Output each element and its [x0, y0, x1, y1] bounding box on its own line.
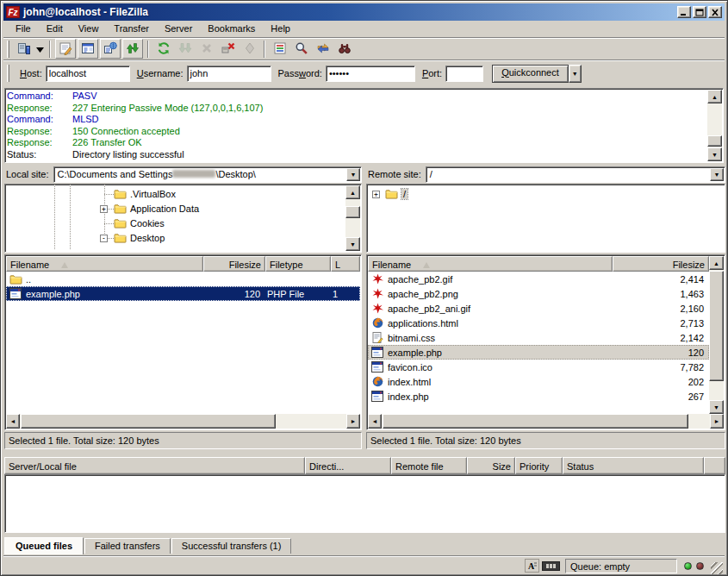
- queue-column-priority[interactable]: Priority: [515, 457, 563, 474]
- expand-icon[interactable]: +: [100, 205, 108, 213]
- column-header-filename[interactable]: Filename: [6, 256, 203, 272]
- column-header-l[interactable]: L: [331, 256, 360, 272]
- maximize-button[interactable]: [693, 6, 706, 18]
- list-vertical-scrollbar[interactable]: ▲▼: [709, 256, 724, 414]
- queue-column-server-local-file[interactable]: Server/Local file: [4, 457, 305, 474]
- menu-transfer[interactable]: Transfer: [106, 22, 157, 36]
- tree-item[interactable]: .VirtualBox: [5, 187, 345, 202]
- scroll-up-icon[interactable]: ▲: [345, 185, 360, 199]
- menu-edit[interactable]: Edit: [39, 22, 71, 36]
- scroll-left-icon[interactable]: ◄: [6, 414, 20, 429]
- file-row[interactable]: applications.html2,713: [368, 316, 709, 330]
- column-header-filetype[interactable]: Filetype: [265, 256, 331, 272]
- local-site-combo[interactable]: C:\Documents and Settings\Desktop\ ▼: [53, 166, 362, 183]
- file-row[interactable]: ..: [6, 272, 360, 286]
- local-directory-tree[interactable]: .VirtualBox+Application DataCookies-Desk…: [4, 184, 362, 253]
- remote-site-combo[interactable]: / ▼: [426, 166, 725, 183]
- queue-column-remote-file[interactable]: Remote file: [391, 457, 467, 474]
- synchronized-browsing-button[interactable]: [312, 39, 333, 59]
- file-row[interactable]: favicon.ico7,782: [368, 360, 709, 374]
- tab-successful-transfers-[interactable]: Successful transfers (1): [171, 538, 292, 554]
- scroll-down-icon[interactable]: ▼: [707, 147, 722, 161]
- minimize-button[interactable]: [677, 6, 691, 18]
- scroll-down-icon[interactable]: ▼: [709, 400, 724, 414]
- filter-button[interactable]: [269, 39, 290, 59]
- file-row[interactable]: apache_pb2.gif2,414: [368, 272, 709, 286]
- close-button[interactable]: [708, 6, 722, 18]
- tree-scrollbar[interactable]: ▲▼: [345, 185, 360, 251]
- tree-item[interactable]: Cookies: [5, 216, 345, 231]
- queue-column-end[interactable]: [704, 457, 725, 474]
- site-manager-button[interactable]: [13, 39, 34, 59]
- tree-item[interactable]: +Application Data: [5, 202, 345, 216]
- menu-help[interactable]: Help: [263, 22, 298, 36]
- tree-item[interactable]: -Desktop: [5, 231, 345, 246]
- transfer-queue-body[interactable]: [4, 474, 725, 533]
- collapse-icon[interactable]: -: [100, 235, 108, 242]
- password-input[interactable]: ••••••: [326, 66, 415, 82]
- port-input[interactable]: [445, 66, 483, 82]
- quickconnect-dropdown-button[interactable]: ▼: [569, 65, 582, 83]
- username-input[interactable]: john: [187, 66, 271, 82]
- directory-comparison-button[interactable]: [290, 39, 312, 59]
- find-files-button[interactable]: [333, 39, 355, 59]
- site-manager-dropdown-button[interactable]: [34, 39, 46, 59]
- column-header-filesize[interactable]: Filesize: [613, 256, 709, 272]
- scroll-thumb[interactable]: [383, 414, 688, 429]
- menu-server[interactable]: Server: [157, 22, 200, 36]
- scroll-right-icon[interactable]: ►: [710, 414, 724, 429]
- file-row[interactable]: index.php267: [368, 389, 709, 404]
- menu-view[interactable]: View: [71, 22, 107, 36]
- scroll-right-icon[interactable]: ►: [346, 414, 360, 429]
- tab-queued-files[interactable]: Queued files: [4, 537, 84, 554]
- local-file-list[interactable]: FilenameFilesizeFiletypeL..example.php12…: [4, 254, 362, 430]
- scroll-thumb[interactable]: [709, 271, 724, 381]
- quickconnect-button[interactable]: Quickconnect: [492, 65, 569, 83]
- scroll-left-icon[interactable]: ◄: [368, 414, 382, 429]
- queue-column-status[interactable]: Status: [563, 457, 704, 474]
- scroll-up-icon[interactable]: ▲: [707, 90, 722, 103]
- disconnect-button[interactable]: [217, 39, 239, 59]
- toggle-local-tree-button[interactable]: [78, 39, 98, 59]
- expand-icon[interactable]: +: [372, 191, 380, 198]
- scroll-down-icon[interactable]: ▼: [345, 237, 360, 251]
- scroll-thumb[interactable]: [21, 414, 276, 429]
- refresh-button[interactable]: [152, 39, 174, 59]
- tree-item[interactable]: +/: [367, 187, 723, 202]
- scroll-up-icon[interactable]: ▲: [709, 256, 724, 270]
- toggle-message-log-button[interactable]: [55, 39, 76, 59]
- column-header-filename[interactable]: Filename: [368, 256, 613, 272]
- file-row[interactable]: apache_pb2_ani.gif2,160: [368, 301, 709, 316]
- host-input[interactable]: localhost: [46, 66, 130, 82]
- menu-file[interactable]: File: [8, 22, 39, 36]
- combo-dropdown-icon[interactable]: ▼: [346, 168, 360, 181]
- list-horizontal-scrollbar[interactable]: ◄►: [368, 414, 724, 429]
- file-row[interactable]: example.php120: [368, 345, 709, 360]
- toggle-remote-tree-button[interactable]: [100, 39, 121, 59]
- speed-limits-indicator-icon[interactable]: [542, 561, 560, 571]
- title-bar[interactable]: Fz john@localhost - FileZilla: [3, 3, 725, 21]
- queue-column-size[interactable]: Size: [467, 457, 515, 474]
- file-row[interactable]: apache_pb2.png1,463: [368, 286, 709, 301]
- process-queue-button[interactable]: [174, 39, 196, 59]
- file-row[interactable]: bitnami.css2,142: [368, 330, 709, 345]
- combo-dropdown-icon[interactable]: ▼: [710, 168, 724, 181]
- cancel-operation-button[interactable]: [196, 39, 217, 59]
- remote-file-list[interactable]: FilenameFilesizeapache_pb2.gif2,414apach…: [366, 254, 725, 430]
- queue-column-directi-[interactable]: Directi...: [305, 457, 391, 474]
- find-files-icon: [338, 41, 352, 57]
- toggle-transfer-queue-button[interactable]: [122, 39, 143, 59]
- transfer-type-indicator-icon[interactable]: A: [525, 559, 539, 573]
- list-horizontal-scrollbar[interactable]: ◄►: [6, 414, 360, 429]
- resize-grip[interactable]: [711, 562, 723, 574]
- remote-directory-tree[interactable]: +/: [366, 184, 725, 253]
- scroll-thumb[interactable]: [707, 135, 722, 147]
- column-header-filesize[interactable]: Filesize: [203, 256, 265, 272]
- file-row[interactable]: example.php120PHP File1: [6, 286, 360, 301]
- reconnect-button[interactable]: [239, 39, 260, 59]
- menu-bookmarks[interactable]: Bookmarks: [200, 22, 263, 36]
- scroll-thumb[interactable]: [345, 206, 360, 218]
- message-log-scrollbar[interactable]: ▲ ▼: [707, 90, 722, 161]
- file-row[interactable]: index.html202: [368, 374, 709, 389]
- tab-failed-transfers[interactable]: Failed transfers: [84, 538, 171, 554]
